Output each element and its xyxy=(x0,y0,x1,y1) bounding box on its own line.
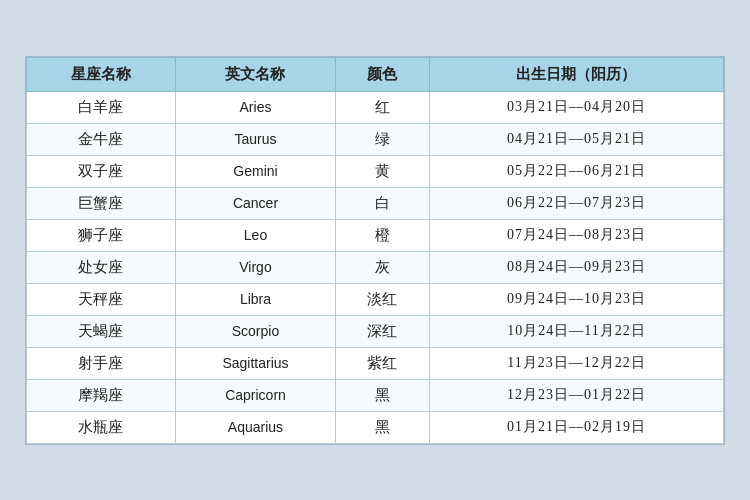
cell-english-name: Capricorn xyxy=(175,379,335,411)
cell-dates: 10月24日—11月22日 xyxy=(429,315,723,347)
zodiac-table: 星座名称 英文名称 颜色 出生日期（阳历） 白羊座Aries红03月21日—04… xyxy=(26,57,724,444)
cell-chinese-name: 处女座 xyxy=(27,251,176,283)
cell-english-name: Taurus xyxy=(175,123,335,155)
table-row: 射手座Sagittarius紫红11月23日—12月22日 xyxy=(27,347,724,379)
cell-color: 黑 xyxy=(336,411,430,443)
cell-chinese-name: 射手座 xyxy=(27,347,176,379)
cell-color: 淡红 xyxy=(336,283,430,315)
cell-color: 黄 xyxy=(336,155,430,187)
header-color: 颜色 xyxy=(336,57,430,91)
table-body: 白羊座Aries红03月21日—04月20日金牛座Taurus绿04月21日—0… xyxy=(27,91,724,443)
cell-color: 紫红 xyxy=(336,347,430,379)
cell-dates: 07月24日—08月23日 xyxy=(429,219,723,251)
table-row: 白羊座Aries红03月21日—04月20日 xyxy=(27,91,724,123)
cell-chinese-name: 水瓶座 xyxy=(27,411,176,443)
cell-color: 灰 xyxy=(336,251,430,283)
table-row: 处女座Virgo灰08月24日—09月23日 xyxy=(27,251,724,283)
cell-chinese-name: 双子座 xyxy=(27,155,176,187)
cell-dates: 05月22日—06月21日 xyxy=(429,155,723,187)
cell-dates: 04月21日—05月21日 xyxy=(429,123,723,155)
table-row: 双子座Gemini黄05月22日—06月21日 xyxy=(27,155,724,187)
table-row: 摩羯座Capricorn黑12月23日—01月22日 xyxy=(27,379,724,411)
cell-chinese-name: 巨蟹座 xyxy=(27,187,176,219)
table-row: 天秤座Libra淡红09月24日—10月23日 xyxy=(27,283,724,315)
cell-dates: 12月23日—01月22日 xyxy=(429,379,723,411)
table-header-row: 星座名称 英文名称 颜色 出生日期（阳历） xyxy=(27,57,724,91)
cell-english-name: Libra xyxy=(175,283,335,315)
table-row: 狮子座Leo橙07月24日—08月23日 xyxy=(27,219,724,251)
cell-color: 绿 xyxy=(336,123,430,155)
cell-english-name: Aquarius xyxy=(175,411,335,443)
cell-dates: 03月21日—04月20日 xyxy=(429,91,723,123)
cell-chinese-name: 天蝎座 xyxy=(27,315,176,347)
cell-chinese-name: 狮子座 xyxy=(27,219,176,251)
table-row: 水瓶座Aquarius黑01月21日—02月19日 xyxy=(27,411,724,443)
zodiac-table-container: 星座名称 英文名称 颜色 出生日期（阳历） 白羊座Aries红03月21日—04… xyxy=(25,56,725,445)
table-row: 天蝎座Scorpio深红10月24日—11月22日 xyxy=(27,315,724,347)
cell-color: 橙 xyxy=(336,219,430,251)
cell-dates: 09月24日—10月23日 xyxy=(429,283,723,315)
table-row: 巨蟹座Cancer白06月22日—07月23日 xyxy=(27,187,724,219)
cell-dates: 08月24日—09月23日 xyxy=(429,251,723,283)
cell-english-name: Sagittarius xyxy=(175,347,335,379)
cell-dates: 01月21日—02月19日 xyxy=(429,411,723,443)
header-chinese-name: 星座名称 xyxy=(27,57,176,91)
cell-english-name: Scorpio xyxy=(175,315,335,347)
table-row: 金牛座Taurus绿04月21日—05月21日 xyxy=(27,123,724,155)
cell-chinese-name: 摩羯座 xyxy=(27,379,176,411)
cell-english-name: Aries xyxy=(175,91,335,123)
cell-color: 深红 xyxy=(336,315,430,347)
cell-chinese-name: 天秤座 xyxy=(27,283,176,315)
cell-color: 红 xyxy=(336,91,430,123)
cell-color: 白 xyxy=(336,187,430,219)
cell-chinese-name: 金牛座 xyxy=(27,123,176,155)
header-english-name: 英文名称 xyxy=(175,57,335,91)
cell-dates: 11月23日—12月22日 xyxy=(429,347,723,379)
cell-english-name: Leo xyxy=(175,219,335,251)
cell-english-name: Cancer xyxy=(175,187,335,219)
cell-color: 黑 xyxy=(336,379,430,411)
cell-dates: 06月22日—07月23日 xyxy=(429,187,723,219)
cell-chinese-name: 白羊座 xyxy=(27,91,176,123)
cell-english-name: Gemini xyxy=(175,155,335,187)
header-birth-date: 出生日期（阳历） xyxy=(429,57,723,91)
cell-english-name: Virgo xyxy=(175,251,335,283)
